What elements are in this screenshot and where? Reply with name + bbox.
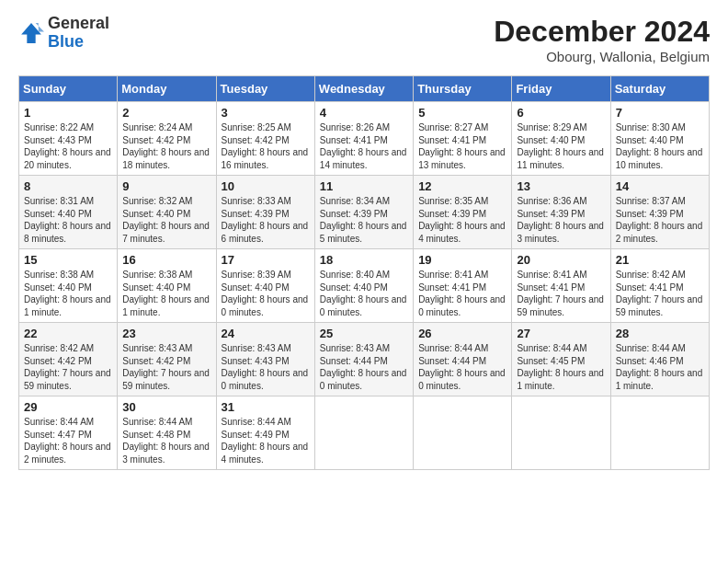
calendar-header-cell: Tuesday <box>216 76 314 102</box>
day-info: Sunrise: 8:26 AMSunset: 4:41 PMDaylight:… <box>320 121 408 171</box>
calendar-header-cell: Sunday <box>19 76 118 102</box>
day-number: 4 <box>320 106 408 120</box>
calendar-cell: 17Sunrise: 8:39 AMSunset: 4:40 PMDayligh… <box>216 249 314 323</box>
calendar: SundayMondayTuesdayWednesdayThursdayFrid… <box>18 75 710 470</box>
day-number: 13 <box>517 179 605 193</box>
day-number: 27 <box>517 327 605 340</box>
calendar-cell: 25Sunrise: 8:43 AMSunset: 4:44 PMDayligh… <box>314 323 413 396</box>
day-number: 8 <box>24 179 112 193</box>
calendar-header-cell: Wednesday <box>314 76 413 102</box>
day-info: Sunrise: 8:33 AMSunset: 4:39 PMDaylight:… <box>222 195 310 245</box>
calendar-cell: 8Sunrise: 8:31 AMSunset: 4:40 PMDaylight… <box>19 176 118 249</box>
calendar-cell: 9Sunrise: 8:32 AMSunset: 4:40 PMDaylight… <box>118 176 216 249</box>
calendar-cell: 31Sunrise: 8:44 AMSunset: 4:49 PMDayligh… <box>216 396 314 470</box>
calendar-week-row: 15Sunrise: 8:38 AMSunset: 4:40 PMDayligh… <box>19 249 710 323</box>
day-info: Sunrise: 8:25 AMSunset: 4:42 PMDaylight:… <box>222 121 310 171</box>
calendar-cell: 23Sunrise: 8:43 AMSunset: 4:42 PMDayligh… <box>118 323 216 396</box>
calendar-week-row: 29Sunrise: 8:44 AMSunset: 4:47 PMDayligh… <box>19 396 710 470</box>
day-number: 16 <box>122 253 210 267</box>
day-number: 1 <box>24 106 112 120</box>
day-info: Sunrise: 8:37 AMSunset: 4:39 PMDaylight:… <box>616 195 704 245</box>
day-info: Sunrise: 8:24 AMSunset: 4:42 PMDaylight:… <box>122 121 210 171</box>
logo-icon <box>18 20 44 46</box>
day-number: 7 <box>616 106 704 120</box>
calendar-cell: 12Sunrise: 8:35 AMSunset: 4:39 PMDayligh… <box>414 176 512 249</box>
day-info: Sunrise: 8:29 AMSunset: 4:40 PMDaylight:… <box>517 121 605 171</box>
day-number: 21 <box>616 253 704 267</box>
day-number: 28 <box>616 327 704 340</box>
calendar-cell: 15Sunrise: 8:38 AMSunset: 4:40 PMDayligh… <box>19 249 118 323</box>
day-number: 20 <box>517 253 605 267</box>
day-number: 12 <box>418 179 506 193</box>
calendar-week-row: 8Sunrise: 8:31 AMSunset: 4:40 PMDaylight… <box>19 176 710 249</box>
calendar-header-cell: Friday <box>512 76 610 102</box>
page-title: December 2024 <box>494 15 710 49</box>
day-info: Sunrise: 8:34 AMSunset: 4:39 PMDaylight:… <box>320 195 408 245</box>
day-info: Sunrise: 8:44 AMSunset: 4:48 PMDaylight:… <box>122 416 210 465</box>
day-number: 25 <box>320 327 408 340</box>
day-number: 19 <box>418 253 506 267</box>
calendar-cell: 28Sunrise: 8:44 AMSunset: 4:46 PMDayligh… <box>610 323 709 396</box>
calendar-cell: 4Sunrise: 8:26 AMSunset: 4:41 PMDaylight… <box>314 102 413 176</box>
calendar-cell: 7Sunrise: 8:30 AMSunset: 4:40 PMDaylight… <box>610 102 709 176</box>
day-info: Sunrise: 8:32 AMSunset: 4:40 PMDaylight:… <box>122 195 210 245</box>
day-info: Sunrise: 8:44 AMSunset: 4:46 PMDaylight:… <box>616 342 704 392</box>
calendar-cell <box>512 396 610 470</box>
calendar-cell: 11Sunrise: 8:34 AMSunset: 4:39 PMDayligh… <box>314 176 413 249</box>
logo: General Blue <box>18 15 109 52</box>
day-info: Sunrise: 8:43 AMSunset: 4:42 PMDaylight:… <box>122 342 210 392</box>
calendar-cell: 26Sunrise: 8:44 AMSunset: 4:44 PMDayligh… <box>414 323 512 396</box>
day-info: Sunrise: 8:43 AMSunset: 4:44 PMDaylight:… <box>320 342 408 392</box>
day-info: Sunrise: 8:35 AMSunset: 4:39 PMDaylight:… <box>418 195 506 245</box>
calendar-cell: 22Sunrise: 8:42 AMSunset: 4:42 PMDayligh… <box>19 323 118 396</box>
title-block: December 2024 Obourg, Wallonia, Belgium <box>494 15 710 64</box>
calendar-cell: 13Sunrise: 8:36 AMSunset: 4:39 PMDayligh… <box>512 176 610 249</box>
day-info: Sunrise: 8:40 AMSunset: 4:40 PMDaylight:… <box>320 269 408 318</box>
day-number: 5 <box>418 106 506 120</box>
calendar-cell <box>414 396 512 470</box>
day-number: 31 <box>222 400 310 414</box>
day-info: Sunrise: 8:44 AMSunset: 4:49 PMDaylight:… <box>222 416 310 465</box>
page-subtitle: Obourg, Wallonia, Belgium <box>494 49 710 64</box>
calendar-week-row: 22Sunrise: 8:42 AMSunset: 4:42 PMDayligh… <box>19 323 710 396</box>
calendar-cell: 10Sunrise: 8:33 AMSunset: 4:39 PMDayligh… <box>216 176 314 249</box>
day-info: Sunrise: 8:39 AMSunset: 4:40 PMDaylight:… <box>222 269 310 318</box>
day-info: Sunrise: 8:36 AMSunset: 4:39 PMDaylight:… <box>517 195 605 245</box>
day-info: Sunrise: 8:27 AMSunset: 4:41 PMDaylight:… <box>418 121 506 171</box>
day-info: Sunrise: 8:38 AMSunset: 4:40 PMDaylight:… <box>122 269 210 318</box>
calendar-cell: 3Sunrise: 8:25 AMSunset: 4:42 PMDaylight… <box>216 102 314 176</box>
day-number: 6 <box>517 106 605 120</box>
calendar-week-row: 1Sunrise: 8:22 AMSunset: 4:43 PMDaylight… <box>19 102 710 176</box>
day-number: 18 <box>320 253 408 267</box>
calendar-cell: 18Sunrise: 8:40 AMSunset: 4:40 PMDayligh… <box>314 249 413 323</box>
day-info: Sunrise: 8:30 AMSunset: 4:40 PMDaylight:… <box>616 121 704 171</box>
day-info: Sunrise: 8:42 AMSunset: 4:41 PMDaylight:… <box>616 269 704 318</box>
day-info: Sunrise: 8:44 AMSunset: 4:45 PMDaylight:… <box>517 342 605 392</box>
day-number: 29 <box>24 400 112 414</box>
svg-marker-0 <box>21 23 41 43</box>
day-info: Sunrise: 8:41 AMSunset: 4:41 PMDaylight:… <box>517 269 605 318</box>
calendar-cell: 20Sunrise: 8:41 AMSunset: 4:41 PMDayligh… <box>512 249 610 323</box>
header: General Blue December 2024 Obourg, Wallo… <box>18 15 710 64</box>
day-number: 10 <box>222 179 310 193</box>
calendar-cell: 5Sunrise: 8:27 AMSunset: 4:41 PMDaylight… <box>414 102 512 176</box>
logo-general: General <box>48 14 109 32</box>
day-info: Sunrise: 8:38 AMSunset: 4:40 PMDaylight:… <box>24 269 112 318</box>
calendar-cell: 24Sunrise: 8:43 AMSunset: 4:43 PMDayligh… <box>216 323 314 396</box>
day-info: Sunrise: 8:41 AMSunset: 4:41 PMDaylight:… <box>418 269 506 318</box>
day-number: 14 <box>616 179 704 193</box>
day-number: 11 <box>320 179 408 193</box>
day-number: 26 <box>418 327 506 340</box>
calendar-header-row: SundayMondayTuesdayWednesdayThursdayFrid… <box>19 76 710 102</box>
calendar-header-cell: Thursday <box>414 76 512 102</box>
calendar-cell: 14Sunrise: 8:37 AMSunset: 4:39 PMDayligh… <box>610 176 709 249</box>
calendar-cell: 16Sunrise: 8:38 AMSunset: 4:40 PMDayligh… <box>118 249 216 323</box>
day-info: Sunrise: 8:42 AMSunset: 4:42 PMDaylight:… <box>24 342 112 392</box>
day-number: 2 <box>122 106 210 120</box>
calendar-header-cell: Monday <box>118 76 216 102</box>
day-info: Sunrise: 8:22 AMSunset: 4:43 PMDaylight:… <box>24 121 112 171</box>
day-number: 3 <box>222 106 310 120</box>
calendar-cell: 2Sunrise: 8:24 AMSunset: 4:42 PMDaylight… <box>118 102 216 176</box>
day-info: Sunrise: 8:44 AMSunset: 4:47 PMDaylight:… <box>24 416 112 465</box>
calendar-cell: 30Sunrise: 8:44 AMSunset: 4:48 PMDayligh… <box>118 396 216 470</box>
